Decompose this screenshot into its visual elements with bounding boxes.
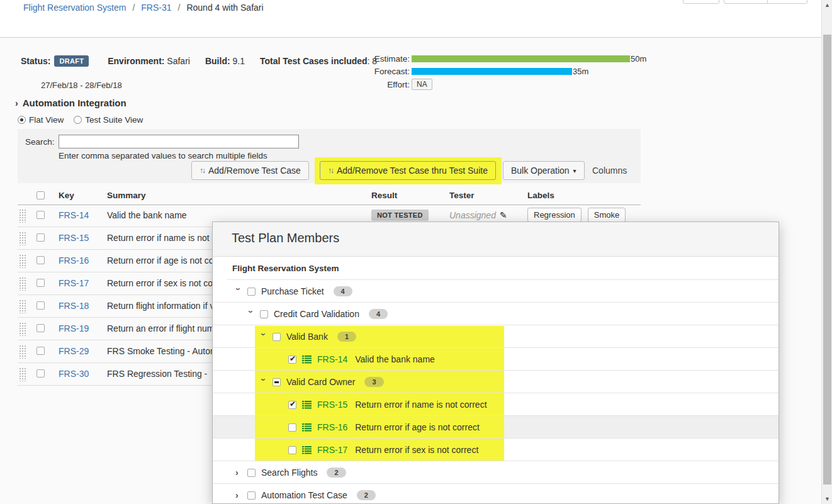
chevron-right-icon[interactable]: › bbox=[235, 468, 242, 478]
column-tester[interactable]: Tester bbox=[449, 191, 475, 200]
dialog-title: Test Plan Members bbox=[232, 231, 339, 245]
tree-checkbox-checked[interactable] bbox=[288, 356, 296, 364]
tree-issue-key[interactable]: FRS-17 bbox=[317, 445, 347, 455]
flat-view-option[interactable]: Flat View bbox=[18, 115, 64, 125]
row-summary: Return flight information if valid bbox=[107, 301, 228, 311]
issue-key-link[interactable]: FRS-17 bbox=[59, 278, 89, 288]
issue-key-link[interactable]: FRS-29 bbox=[59, 346, 89, 356]
tree-folder-label[interactable]: Automation Test Case bbox=[261, 490, 347, 500]
drag-handle-icon[interactable] bbox=[19, 209, 26, 223]
tree-checkbox[interactable] bbox=[273, 333, 281, 341]
column-result[interactable]: Result bbox=[371, 191, 397, 200]
tree-issue-key[interactable]: FRS-15 bbox=[317, 400, 347, 410]
row-checkbox[interactable] bbox=[37, 279, 45, 287]
top-partial-split-button[interactable] bbox=[724, 0, 807, 4]
scrollbar-thumb[interactable] bbox=[823, 35, 831, 484]
tester-value[interactable]: Unassigned✎ bbox=[449, 210, 507, 220]
breadcrumb-issue-link[interactable]: FRS-31 bbox=[141, 3, 171, 13]
tree-folder-label[interactable]: Valid Card Owner bbox=[286, 377, 355, 387]
search-input[interactable] bbox=[59, 135, 299, 148]
drag-handle-icon[interactable] bbox=[19, 345, 26, 359]
drag-handle-icon[interactable] bbox=[19, 277, 26, 291]
breadcrumb-project-link[interactable]: Flight Reservation System bbox=[23, 3, 126, 13]
add-remove-suite-label: Add/Remove Test Case thru Test Suite bbox=[337, 165, 488, 176]
count-badge: 2 bbox=[327, 468, 346, 478]
scroll-up-icon[interactable]: ▲ bbox=[822, 0, 832, 10]
row-checkbox[interactable] bbox=[37, 324, 45, 332]
add-remove-test-case-button[interactable]: ↑↓ Add/Remove Test Case bbox=[191, 161, 309, 180]
drag-handle-icon[interactable] bbox=[19, 254, 26, 268]
automation-integration-section[interactable]: › Automation Integration bbox=[15, 98, 126, 108]
breadcrumb-separator: / bbox=[132, 3, 135, 13]
issue-key-link[interactable]: FRS-19 bbox=[59, 323, 89, 333]
tree-row: › Purchase Ticket 4 bbox=[213, 280, 779, 303]
columns-button[interactable]: Columns bbox=[592, 165, 627, 176]
chevron-right-icon[interactable]: › bbox=[235, 490, 242, 500]
drag-handle-icon[interactable] bbox=[19, 322, 26, 336]
drag-handle-icon[interactable] bbox=[19, 367, 26, 381]
chevron-down-icon[interactable]: › bbox=[259, 378, 269, 384]
tree-issue-key[interactable]: FRS-16 bbox=[317, 422, 347, 432]
issue-key-link[interactable]: FRS-30 bbox=[59, 369, 89, 379]
row-summary: FRS Regression Testing - bbox=[107, 369, 207, 379]
status-badge: DRAFT bbox=[54, 55, 89, 67]
tree-checkbox-checked[interactable] bbox=[288, 401, 296, 409]
tree-checkbox-indeterminate[interactable] bbox=[273, 378, 281, 386]
scroll-down-icon[interactable]: ▼ bbox=[822, 494, 832, 504]
row-checkbox[interactable] bbox=[37, 233, 45, 242]
chevron-down-icon[interactable]: › bbox=[246, 310, 256, 316]
tree-checkbox[interactable] bbox=[288, 446, 296, 454]
tree-row: › Search Flights 2 bbox=[213, 461, 779, 484]
row-checkbox[interactable] bbox=[37, 301, 45, 310]
add-remove-thru-suite-button[interactable]: ↑↓ Add/Remove Test Case thru Test Suite bbox=[320, 161, 496, 180]
tree-row: FRS-14 Valid the bank name bbox=[213, 348, 779, 371]
issue-key-link[interactable]: FRS-18 bbox=[59, 301, 89, 311]
label-chip: Smoke bbox=[588, 208, 626, 222]
estimate-label: Estimate: bbox=[359, 54, 410, 64]
row-checkbox[interactable] bbox=[37, 211, 45, 219]
tree-row: › Automation Test Case 2 bbox=[213, 484, 779, 504]
tree-checkbox[interactable] bbox=[247, 469, 256, 477]
total-cases-label: Total Test Cases included bbox=[260, 56, 368, 66]
tree-issue-summary: Return error if name is not correct bbox=[355, 400, 486, 410]
row-summary: Valid the bank name bbox=[107, 210, 187, 220]
test-case-icon bbox=[302, 401, 312, 409]
radio-selected-icon[interactable] bbox=[18, 116, 26, 124]
issue-key-link[interactable]: FRS-15 bbox=[59, 233, 89, 243]
pencil-edit-icon[interactable]: ✎ bbox=[500, 210, 507, 220]
column-labels[interactable]: Labels bbox=[527, 191, 554, 200]
issue-key-link[interactable]: FRS-16 bbox=[59, 255, 89, 266]
tree-folder-label[interactable]: Search Flights bbox=[261, 468, 317, 478]
forecast-value: 35m bbox=[573, 67, 588, 76]
environment-label: Environment: bbox=[108, 56, 164, 66]
vertical-scrollbar[interactable]: ▲ ▼ bbox=[821, 0, 832, 504]
updown-arrows-icon: ↑↓ bbox=[200, 166, 205, 175]
tree-folder-label[interactable]: Valid Bank bbox=[286, 332, 328, 342]
issue-key-link[interactable]: FRS-14 bbox=[59, 210, 89, 220]
tree-checkbox[interactable] bbox=[288, 423, 296, 432]
select-all-checkbox[interactable] bbox=[37, 191, 45, 199]
chevron-down-icon[interactable]: › bbox=[233, 288, 244, 294]
tree-checkbox[interactable] bbox=[247, 491, 256, 500]
tree-checkbox[interactable] bbox=[260, 310, 268, 318]
view-toggle: Flat View Test Suite View bbox=[18, 115, 143, 125]
tree-issue-key[interactable]: FRS-14 bbox=[317, 354, 347, 364]
test-suite-view-option[interactable]: Test Suite View bbox=[74, 115, 143, 125]
tree-folder-label[interactable]: Purchase Ticket bbox=[261, 286, 324, 296]
radio-unselected-icon[interactable] bbox=[74, 116, 82, 124]
drag-handle-icon[interactable] bbox=[19, 232, 26, 245]
column-summary[interactable]: Summary bbox=[107, 191, 146, 200]
test-plan-members-dialog: Test Plan Members Flight Reservation Sys… bbox=[212, 221, 779, 504]
bulk-operation-button[interactable]: Bulk Operation ▾ bbox=[503, 161, 585, 180]
tree-checkbox[interactable] bbox=[247, 288, 256, 296]
row-checkbox[interactable] bbox=[37, 256, 45, 264]
chevron-down-icon[interactable]: › bbox=[259, 333, 269, 339]
tree-folder-label[interactable]: Credit Card Validation bbox=[274, 309, 359, 319]
column-key[interactable]: Key bbox=[59, 191, 74, 200]
row-checkbox[interactable] bbox=[37, 347, 45, 355]
drag-handle-icon[interactable] bbox=[19, 300, 26, 313]
effort-label: Effort: bbox=[359, 80, 410, 89]
result-badge[interactable]: NOT TESTED bbox=[371, 210, 429, 221]
row-checkbox[interactable] bbox=[37, 369, 45, 378]
top-partial-button[interactable] bbox=[683, 0, 719, 4]
